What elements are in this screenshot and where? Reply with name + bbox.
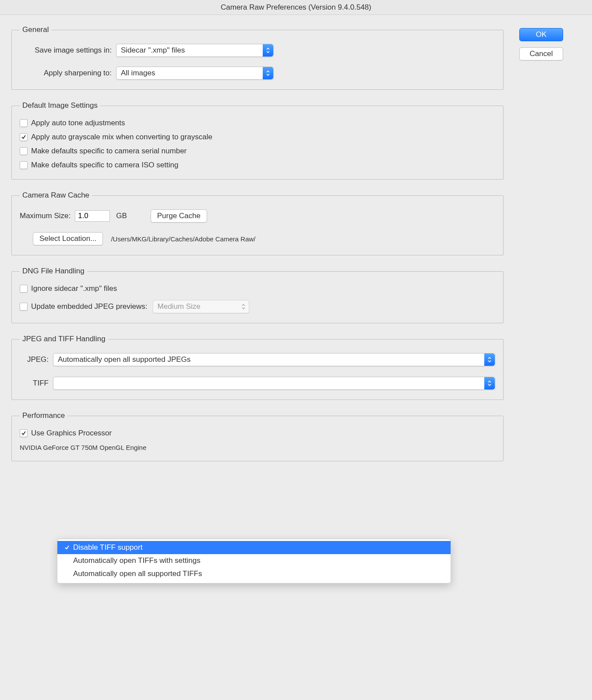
group-performance-legend: Performance [20,411,67,420]
window-title: Camera Raw Preferences (Version 9.4.0.54… [0,0,592,15]
check-icon [63,545,71,550]
updown-icon [263,67,273,79]
purge-cache-button[interactable]: Purge Cache [151,209,207,223]
tiff-option[interactable]: Disable TIFF support [57,541,451,554]
group-default-image-settings-legend: Default Image Settings [20,101,100,110]
sharpening-value: All images [121,69,263,78]
gpu-name: NVIDIA GeForce GT 750M OpenGL Engine [20,444,495,451]
use-gpu-label: Use Graphics Processor [31,429,112,438]
tiff-option-label: Disable TIFF support [73,543,142,552]
default-image-label: Make defaults specific to camera serial … [31,147,187,156]
group-dng-legend: DNG File Handling [20,267,87,276]
updown-icon [484,354,495,366]
tiff-option[interactable]: Automatically open TIFFs with settings [57,554,451,567]
preview-size-select: Medium Size [153,300,249,313]
tiff-option[interactable]: Automatically open all supported TIFFs [57,567,451,580]
save-settings-label: Save image settings in: [20,46,116,55]
default-image-label: Apply auto grayscale mix when converting… [31,133,212,141]
group-jpeg-tiff: JPEG and TIFF Handling JPEG: Automatical… [11,335,504,400]
sharpening-label: Apply sharpening to: [20,69,116,78]
ignore-sidecar-label: Ignore sidecar ".xmp" files [31,284,117,293]
group-general-legend: General [20,25,51,34]
preview-size-value: Medium Size [158,302,238,311]
tiff-select[interactable] [53,377,495,390]
sharpening-select[interactable]: All images [116,67,274,80]
group-performance: Performance Use Graphics Processor NVIDI… [11,411,504,461]
max-size-label: Maximum Size: [20,212,75,220]
cancel-button[interactable]: Cancel [519,47,563,60]
tiff-dropdown-popup[interactable]: Disable TIFF supportAutomatically open T… [57,539,451,583]
jpeg-label: JPEG: [20,355,53,364]
tiff-option-label: Automatically open all supported TIFFs [73,569,202,578]
updown-icon [238,301,249,313]
cache-path: /Users/MKG/Library/Caches/Adobe Camera R… [103,235,255,243]
group-jpeg-tiff-legend: JPEG and TIFF Handling [20,335,108,343]
default-image-label: Apply auto tone adjustments [31,119,125,127]
group-default-image-settings: Default Image Settings Apply auto tone a… [11,101,504,180]
updown-icon [263,44,273,57]
ignore-sidecar-checkbox[interactable] [20,285,28,293]
updown-icon [484,377,495,389]
ok-button[interactable]: OK [519,28,563,41]
group-cache: Camera Raw Cache Maximum Size: GB Purge … [11,191,504,255]
update-previews-checkbox[interactable] [20,303,28,311]
save-settings-select[interactable]: Sidecar ".xmp" files [116,44,274,57]
update-previews-label: Update embedded JPEG previews: [31,302,153,311]
default-image-label: Make defaults specific to camera ISO set… [31,161,178,170]
default-image-checkbox[interactable] [20,147,28,155]
use-gpu-checkbox[interactable] [20,429,28,437]
default-image-checkbox[interactable] [20,119,28,127]
save-settings-value: Sidecar ".xmp" files [121,46,263,55]
max-size-input[interactable] [75,210,110,222]
group-dng: DNG File Handling Ignore sidecar ".xmp" … [11,267,504,323]
default-image-checkbox[interactable] [20,133,28,141]
group-cache-legend: Camera Raw Cache [20,191,92,200]
select-location-button[interactable]: Select Location... [33,232,103,245]
max-size-unit: GB [110,212,133,220]
tiff-option-label: Automatically open TIFFs with settings [73,556,201,565]
jpeg-select[interactable]: Automatically open all supported JPEGs [53,353,495,366]
jpeg-value: Automatically open all supported JPEGs [58,355,484,364]
tiff-label: TIFF [20,379,53,388]
group-general: General Save image settings in: Sidecar … [11,25,504,90]
default-image-checkbox[interactable] [20,161,28,169]
